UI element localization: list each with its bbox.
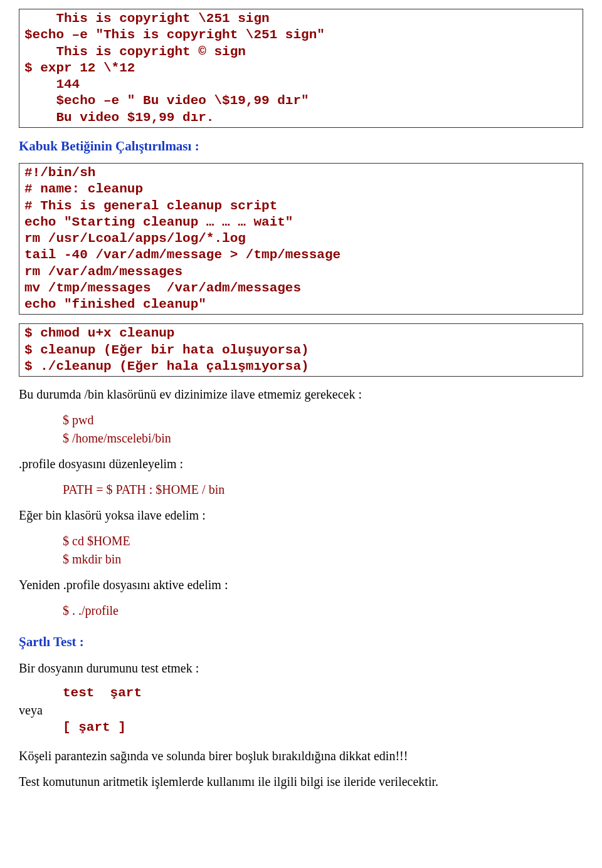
code-block-2: #!/bin/sh # name: cleanup # This is gene… [24,165,578,313]
cmd-path: PATH = $ PATH : $HOME / bin [63,481,583,499]
cmd-cd-home: $ cd $HOME [63,532,583,550]
para-bracket-warning: Köşeli parantezin sağında ve solunda bir… [19,747,583,765]
para-arith-note: Test komutunun aritmetik işlemlerde kull… [19,773,583,791]
code-box-2: #!/bin/sh # name: cleanup # This is gene… [19,163,583,315]
para-test-intro: Bir dosyanın durumunu test etmek : [19,659,583,677]
veya-label: veya [19,701,583,719]
cmd-test-sart: test şart [63,685,583,701]
cmd-bracket-sart: [ şart ] [63,719,583,736]
cmd-pwd: $ pwd [63,411,583,429]
code-block-3: $ chmod u+x cleanup $ cleanup (Eğer bir … [24,325,578,375]
code-box-3: $ chmod u+x cleanup $ cleanup (Eğer bir … [19,323,583,377]
cmd-home: $ /home/mscelebi/bin [63,429,583,447]
para-profile-edit: .profile dosyasını düzenleyelim : [19,455,583,473]
cmd-mkdir-bin: $ mkdir bin [63,550,583,568]
code-box-1: This is copyright \251 sign $echo –e "Th… [19,9,583,128]
cmd-source-profile: $ . ./profile [63,602,583,620]
para-bin-mkdir: Eğer bin klasörü yoksa ilave edelim : [19,506,583,525]
heading-sartli-test: Şartlı Test : [19,632,583,651]
para-bin-klasor: Bu durumda /bin klasörünü ev dizinimize … [19,385,583,404]
para-profile-reactivate: Yeniden .profile dosyasını aktive edelim… [19,576,583,594]
code-block-1: This is copyright \251 sign $echo –e "Th… [24,11,578,126]
heading-kabuk: Kabuk Betiğinin Çalıştırılması : [19,137,583,155]
